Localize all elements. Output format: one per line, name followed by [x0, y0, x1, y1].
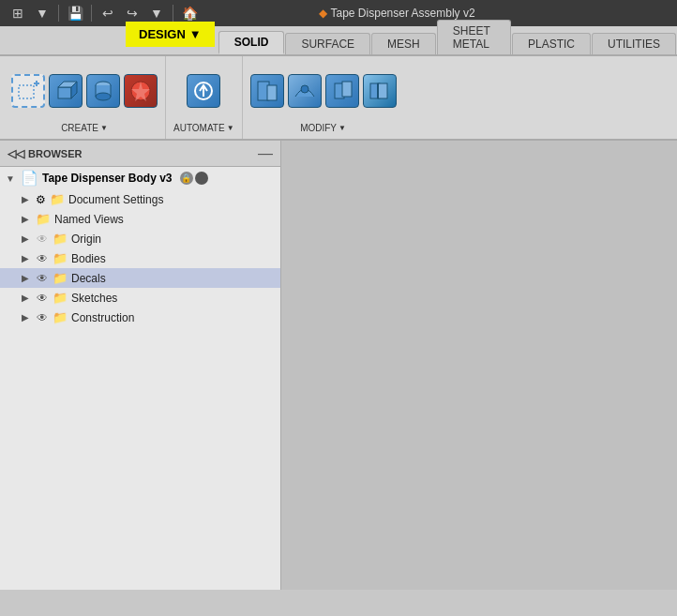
bodies-label: Bodies: [71, 252, 106, 265]
named-views-label: Named Views: [54, 213, 124, 226]
tab-mesh[interactable]: MESH: [371, 33, 436, 54]
tab-utilities[interactable]: UTILITIES: [592, 33, 676, 54]
undo-icon[interactable]: ↩: [98, 3, 118, 23]
doc-settings-label: Document Settings: [68, 193, 163, 206]
construction-label: Construction: [71, 311, 134, 324]
construction-folder-icon: 📁: [53, 310, 68, 324]
modify-icon-4[interactable]: [363, 74, 397, 108]
tree-item-named-views[interactable]: ▶ 📁 Named Views: [0, 209, 280, 229]
create-label[interactable]: CREATE ▼: [61, 121, 108, 135]
app-title: ◆ Tape Dispenser Assembly v2: [319, 7, 474, 20]
separator-2: [91, 5, 92, 22]
tree-item-document-settings[interactable]: ▶ ⚙ 📁 Document Settings: [0, 189, 280, 209]
create-arrow-icon: ▼: [100, 124, 108, 132]
bodies-folder-icon: 📁: [53, 251, 68, 265]
create-icons: [11, 60, 158, 121]
modify-icons: [250, 60, 397, 121]
ribbon-create-section: CREATE ▼: [4, 56, 166, 139]
svg-rect-18: [378, 83, 387, 98]
menu-arrow-icon[interactable]: ▼: [32, 3, 53, 23]
tab-sheet-metal[interactable]: SHEET METAL: [437, 20, 511, 54]
tree-root-item[interactable]: ▼ 📄 Tape Dispenser Body v3 🔒: [0, 167, 280, 189]
save-icon[interactable]: 💾: [65, 3, 85, 23]
ribbon-modify-section: MODIFY ▼: [243, 56, 404, 139]
redo-icon[interactable]: ↪: [122, 3, 143, 23]
browser-close-icon[interactable]: —: [258, 145, 273, 162]
sketches-eye-icon[interactable]: 👁: [36, 292, 49, 305]
named-views-folder-icon: 📁: [36, 212, 51, 226]
decals-label: Decals: [71, 272, 106, 285]
content-area: ◁◁ BROWSER — ▼ 📄 Tape Dispenser Body v3 …: [0, 141, 677, 590]
automate-icons: [187, 60, 220, 121]
svg-rect-0: [19, 85, 34, 98]
tab-solid[interactable]: SOLID: [218, 31, 285, 54]
modify-label-text: MODIFY: [300, 123, 337, 133]
svg-rect-13: [267, 85, 277, 100]
design-button[interactable]: DESIGN ▼: [126, 22, 215, 47]
tree-item-construction[interactable]: ▶ 👁 📁 Construction: [0, 308, 280, 327]
tree-item-origin[interactable]: ▶ 👁 📁 Origin: [0, 229, 280, 248]
decals-arrow-icon[interactable]: ▶: [19, 273, 32, 283]
sketches-arrow-icon[interactable]: ▶: [19, 293, 32, 303]
collapse-left-icon[interactable]: ◁◁: [8, 147, 24, 160]
browser-header: ◁◁ BROWSER —: [0, 141, 280, 167]
ribbon-automate-section: AUTOMATE ▼: [166, 56, 243, 139]
automate-primary-icon[interactable]: [187, 74, 220, 108]
decals-eye-icon[interactable]: 👁: [36, 272, 49, 285]
origin-arrow-icon[interactable]: ▶: [19, 233, 32, 244]
tree-root-badges: 🔒: [180, 172, 208, 185]
origin-label: Origin: [71, 233, 101, 246]
sketches-label: Sketches: [71, 292, 117, 305]
modify-label[interactable]: MODIFY ▼: [300, 121, 346, 135]
tab-surface[interactable]: SURFACE: [285, 33, 370, 54]
title-bar: ⊞ ▼ 💾 ↩ ↪ ▼ 🏠 ◆ Tape Dispenser Assembly …: [0, 0, 677, 26]
doc-settings-folder-icon: 📁: [50, 192, 65, 206]
tree-root-collapse-icon[interactable]: ▼: [4, 173, 17, 184]
modify-icon-1[interactable]: [250, 74, 284, 108]
tab-plastic[interactable]: PLASTIC: [512, 33, 591, 54]
svg-point-14: [301, 85, 308, 93]
home-icon[interactable]: 🏠: [179, 3, 200, 23]
create-solid-box-icon[interactable]: [49, 74, 83, 108]
bodies-arrow-icon[interactable]: ▶: [19, 253, 32, 263]
doc-settings-arrow-icon[interactable]: ▶: [19, 194, 32, 204]
toolbar-icons-left: ⊞ ▼ 💾 ↩ ↪ ▼ 🏠: [8, 3, 200, 23]
construction-arrow-icon[interactable]: ▶: [19, 312, 32, 323]
separator-3: [173, 5, 173, 22]
svg-rect-3: [58, 87, 71, 98]
sketches-folder-icon: 📁: [53, 291, 68, 305]
create-box-icon[interactable]: [11, 74, 45, 108]
canvas-area: [281, 141, 677, 590]
svg-point-6: [96, 93, 111, 100]
automate-arrow-icon: ▼: [227, 124, 234, 132]
origin-eye-icon[interactable]: 👁: [36, 233, 49, 246]
tree-root-label: Tape Dispenser Body v3: [42, 172, 173, 185]
grid-icon[interactable]: ⊞: [8, 3, 28, 23]
modify-icon-2[interactable]: [288, 74, 322, 108]
lock-badge-icon: 🔒: [180, 172, 193, 185]
tree-item-decals[interactable]: ▶ 👁 📁 Decals: [0, 268, 280, 288]
title-app-icon: ◆: [319, 7, 327, 20]
browser-title: ◁◁ BROWSER: [8, 147, 82, 160]
separator-1: [58, 5, 59, 22]
decals-folder-icon: 📁: [53, 271, 68, 285]
create-sphere-icon[interactable]: [124, 74, 158, 108]
automate-label[interactable]: AUTOMATE ▼: [173, 121, 234, 135]
tab-bar: DESIGN ▼ SOLID SURFACE MESH SHEET METAL …: [0, 26, 677, 56]
modify-icon-3[interactable]: [325, 74, 359, 108]
construction-eye-icon[interactable]: 👁: [36, 311, 49, 324]
bodies-eye-icon[interactable]: 👁: [36, 252, 49, 265]
tree-item-bodies[interactable]: ▶ 👁 📁 Bodies: [0, 248, 280, 268]
title-text: Tape Dispenser Assembly v2: [331, 7, 475, 20]
create-cylinder-icon[interactable]: [86, 74, 120, 108]
automate-label-text: AUTOMATE: [173, 123, 225, 133]
undo-arrow-icon[interactable]: ▼: [146, 3, 167, 23]
svg-rect-16: [342, 82, 352, 97]
tree-item-sketches[interactable]: ▶ 👁 📁 Sketches: [0, 288, 280, 308]
design-arrow-icon: ▼: [189, 27, 202, 41]
create-label-text: CREATE: [61, 123, 98, 133]
ribbon: CREATE ▼ AUTOMATE ▼: [0, 56, 677, 141]
named-views-arrow-icon[interactable]: ▶: [19, 214, 32, 224]
tree-root-folder-icon: 📄: [21, 170, 38, 187]
browser-title-text: BROWSER: [28, 148, 82, 159]
